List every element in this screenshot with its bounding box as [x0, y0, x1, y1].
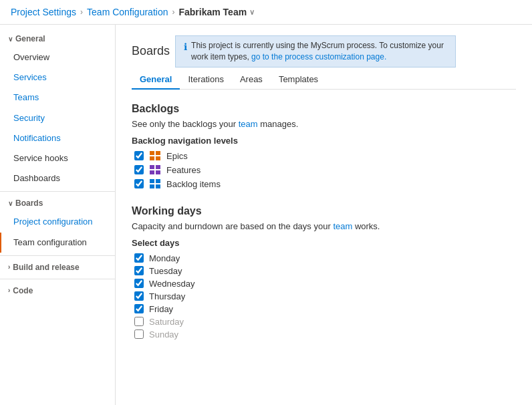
sidebar: ∨ General Overview Services Teams Securi…	[0, 25, 116, 405]
content-area: Boards ℹ This project is currently using…	[116, 25, 532, 405]
sidebar-code-header[interactable]: › Code	[0, 282, 115, 299]
backlog-items-label: Backlog items	[166, 179, 221, 189]
svg-rect-0	[150, 151, 154, 155]
features-icon	[149, 165, 161, 174]
backlog-item-backlog: Backlog items	[132, 179, 516, 189]
day-sunday: Sunday	[132, 329, 516, 340]
svg-rect-10	[150, 184, 154, 188]
features-label: Features	[166, 165, 201, 175]
sidebar-item-services[interactable]: Services	[0, 68, 115, 88]
chevron-down-icon: ∨	[249, 8, 255, 17]
svg-rect-1	[156, 151, 160, 155]
svg-rect-7	[156, 170, 160, 174]
backlog-items-icon	[149, 179, 161, 188]
epics-icon	[149, 151, 161, 160]
breadcrumb-project-settings[interactable]: Project Settings	[11, 7, 76, 17]
friday-label: Friday	[149, 304, 173, 314]
checkbox-epics[interactable]	[134, 151, 144, 160]
nav-levels-label: Backlog navigation levels	[132, 136, 516, 146]
sunday-label: Sunday	[149, 329, 178, 340]
checkbox-saturday[interactable]	[134, 317, 144, 326]
day-monday: Monday	[132, 253, 516, 263]
chevron-right-icon: ›	[8, 287, 10, 294]
svg-rect-3	[156, 156, 160, 160]
backlogs-desc: See only the backlogs your team manages.	[132, 119, 516, 129]
team-link-days[interactable]: team	[333, 221, 352, 231]
svg-rect-5	[156, 165, 160, 169]
day-thursday: Thursday	[132, 291, 516, 301]
day-friday: Friday	[132, 304, 516, 314]
sidebar-item-team-config[interactable]: Team configuration	[0, 233, 115, 253]
sidebar-item-service-hooks[interactable]: Service hooks	[0, 148, 115, 168]
wednesday-label: Wednesday	[149, 279, 194, 289]
sidebar-item-security[interactable]: Security	[0, 108, 115, 128]
checkbox-sunday[interactable]	[134, 329, 144, 339]
checkbox-monday[interactable]	[134, 253, 144, 263]
backlog-item-epics: Epics	[132, 151, 516, 161]
svg-rect-2	[150, 156, 154, 160]
sidebar-general-header[interactable]: ∨ General	[0, 30, 115, 47]
sidebar-item-notifications[interactable]: Notifications	[0, 128, 115, 148]
day-wednesday: Wednesday	[132, 279, 516, 289]
info-banner: ℹ This project is currently using the My…	[175, 35, 456, 68]
epics-label: Epics	[166, 151, 188, 161]
checkbox-wednesday[interactable]	[134, 279, 144, 288]
sidebar-item-overview[interactable]: Overview	[0, 47, 115, 68]
tab-iterations[interactable]: Iterations	[180, 70, 231, 90]
monday-label: Monday	[149, 253, 180, 263]
svg-rect-8	[150, 179, 154, 183]
boards-title: Boards	[132, 44, 170, 58]
sidebar-divider-3	[0, 279, 115, 279]
breadcrumb-sep-2: ›	[172, 7, 174, 17]
tuesday-label: Tuesday	[149, 266, 182, 276]
chevron-right-icon: ›	[8, 263, 10, 271]
tab-templates[interactable]: Templates	[271, 70, 326, 90]
working-days-section: Working days Capacity and burndown are b…	[132, 205, 516, 340]
svg-rect-4	[150, 165, 154, 169]
chevron-down-icon: ∨	[8, 35, 13, 43]
chevron-down-icon: ∨	[8, 200, 13, 207]
checkbox-thursday[interactable]	[134, 291, 144, 301]
sidebar-item-project-config[interactable]: Project configuration	[0, 212, 115, 232]
team-link-backlogs[interactable]: team	[239, 119, 258, 129]
info-icon: ℹ	[184, 41, 187, 54]
checkbox-friday[interactable]	[134, 304, 144, 313]
breadcrumb-current-team: Fabrikam Team ∨	[178, 7, 255, 17]
checkbox-features[interactable]	[134, 165, 144, 174]
day-tuesday: Tuesday	[132, 266, 516, 276]
working-days-title: Working days	[132, 205, 516, 217]
sidebar-item-teams[interactable]: Teams	[0, 88, 115, 108]
process-customization-link[interactable]: go to the process customization page.	[251, 52, 386, 61]
svg-rect-9	[156, 179, 160, 183]
backlogs-section: Backlogs See only the backlogs your team…	[132, 103, 516, 189]
sidebar-divider-1	[0, 191, 115, 192]
tab-general[interactable]: General	[132, 70, 180, 90]
sidebar-divider-2	[0, 255, 115, 256]
backlog-item-features: Features	[132, 165, 516, 175]
sub-tabs: General Iterations Areas Templates	[132, 70, 516, 90]
checkbox-tuesday[interactable]	[134, 266, 144, 275]
saturday-label: Saturday	[149, 317, 184, 327]
day-saturday: Saturday	[132, 317, 516, 327]
working-days-desc: Capacity and burndown are based on the d…	[132, 221, 516, 231]
breadcrumb-sep-1: ›	[80, 7, 83, 17]
breadcrumb-team-configuration[interactable]: Team Configuration	[87, 7, 168, 17]
svg-rect-6	[150, 170, 154, 174]
main-layout: ∨ General Overview Services Teams Securi…	[0, 25, 532, 405]
thursday-label: Thursday	[149, 291, 185, 301]
boards-header-row: Boards ℹ This project is currently using…	[132, 35, 516, 68]
sidebar-item-dashboards[interactable]: Dashboards	[0, 168, 115, 188]
tab-areas[interactable]: Areas	[232, 70, 271, 90]
breadcrumb: Project Settings › Team Configuration › …	[0, 0, 532, 25]
select-days-label: Select days	[132, 238, 516, 248]
sidebar-boards-header[interactable]: ∨ Boards	[0, 194, 115, 212]
svg-rect-11	[156, 184, 160, 188]
checkbox-backlog-items[interactable]	[134, 179, 144, 188]
backlogs-title: Backlogs	[132, 103, 516, 115]
sidebar-build-header[interactable]: › Build and release	[0, 259, 115, 276]
